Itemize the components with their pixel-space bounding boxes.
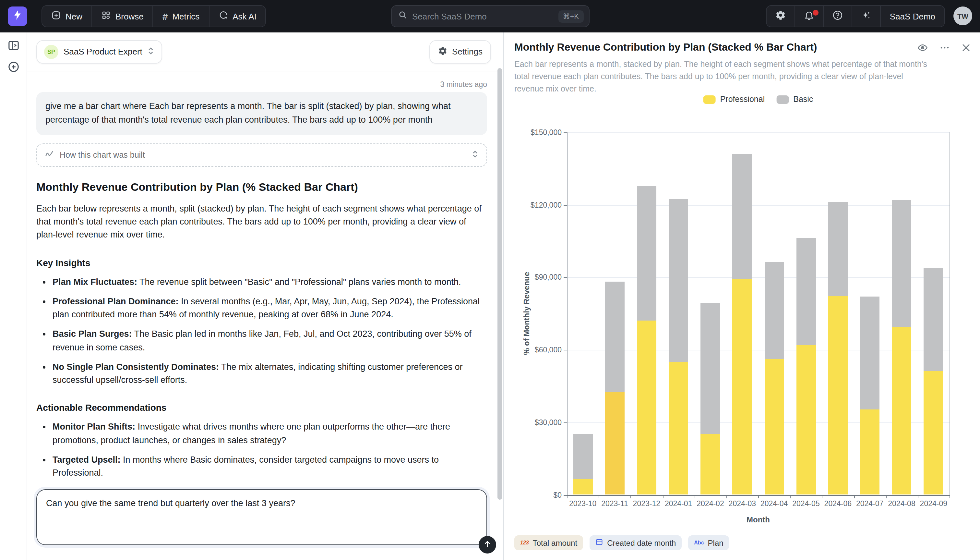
global-search-input[interactable]: Search SaaS Demo ⌘+K [391,5,589,27]
hash-icon: # [163,12,168,21]
search-placeholder: Search SaaS Demo [412,12,558,21]
answer-title: Monthly Revenue Contribution by Plan (% … [37,181,487,194]
notification-dot [813,10,819,15]
toggle-sidebar-button[interactable] [7,39,20,52]
chat-scrollbar[interactable] [497,68,502,500]
org-switcher[interactable]: SaaS Demo [880,6,944,27]
agent-avatar: SP [44,45,58,59]
y-tick-mark [564,205,567,205]
search-shortcut-badge: ⌘+K [558,10,583,22]
bar-segment-basic-2024-02[interactable] [701,303,720,434]
chevron-up-down-icon [472,149,478,161]
top-navbar: New Browse # Metrics Ask AI [0,0,980,32]
bar-segment-basic-2024-01[interactable] [669,199,688,362]
bar-segment-basic-2024-06[interactable] [828,202,848,295]
help-button[interactable] [823,6,852,27]
list-item: Plan Mix Fluctuates: The revenue split b… [53,275,487,289]
list-item: No Single Plan Consistently Dominates: T… [53,361,487,387]
agent-selector[interactable]: SP SaaS Product Expert [37,40,163,63]
bar-segment-professional-2023-10[interactable] [573,479,593,495]
new-thread-button[interactable] [7,60,20,73]
chat-input-area: Can you give the same trend but quarterl… [27,488,503,560]
how-chart-built-toggle[interactable]: How this chart was built [37,143,487,167]
legend-item-basic[interactable]: Basic [776,95,813,104]
bar-segment-basic-2024-07[interactable] [860,297,879,410]
trend-chart-icon [45,149,54,161]
chip-plan[interactable]: Abc Plan [688,535,729,550]
chart: ProfessionalBasic $0$30,000$60,000$90,00… [504,32,980,560]
chart-panel: Monthly Revenue Contribution by Plan (St… [504,32,980,560]
bar-segment-professional-2024-07[interactable] [860,410,879,495]
list-item: Monitor Plan Shifts: Investigate what dr… [53,421,487,447]
x-tick-mark [950,495,950,498]
chat-message-list[interactable]: 3 minutes ago give me a bar chart where … [27,72,503,488]
x-tick-label: 2024-09 [914,499,953,507]
bar-segment-professional-2024-04[interactable] [764,359,784,495]
primary-nav: New Browse # Metrics Ask AI [42,5,266,27]
y-axis-title: % of Monthly Revenue [522,272,531,355]
new-button[interactable]: New [42,6,91,27]
bar-segment-professional-2024-02[interactable] [701,434,720,495]
agent-settings-button[interactable]: Settings [429,40,491,63]
y-axis-line [567,132,568,495]
key-insights-list: Plan Mix Fluctuates: The revenue split b… [37,275,487,387]
bar-segment-basic-2024-04[interactable] [764,262,784,359]
bar-segment-professional-2024-06[interactable] [828,295,848,495]
y-tick-label: $30,000 [515,418,561,426]
plus-circle-icon [7,64,20,75]
gear-icon [775,9,786,23]
chevron-up-down-icon [148,46,154,57]
settings-gear-button[interactable] [767,6,794,27]
bar-segment-basic-2024-05[interactable] [796,238,816,345]
y-tick-mark [564,132,567,133]
app-window: New Browse # Metrics Ask AI [0,0,980,560]
legend-item-professional[interactable]: Professional [703,95,765,104]
bar-segment-professional-2023-12[interactable] [637,321,656,495]
y-tick-label: $0 [515,491,561,499]
user-message-bubble: give me a bar chart where Each bar repre… [37,92,487,135]
bar-segment-professional-2024-03[interactable] [733,279,752,495]
ask-ai-button[interactable]: Ask AI [209,6,266,27]
send-button[interactable] [478,536,496,553]
bar-segment-professional-2024-05[interactable] [796,345,816,495]
user-avatar[interactable]: TW [953,7,972,25]
list-item: Basic Plan Surges: The Basic plan led in… [53,328,487,354]
bar-segment-professional-2024-08[interactable] [892,327,912,495]
bar-segment-professional-2024-01[interactable] [669,362,688,495]
bar-segment-professional-2024-09[interactable] [924,371,943,495]
legend-swatch [703,95,716,103]
y-tick-mark [564,495,567,495]
bar-segment-basic-2024-03[interactable] [733,154,752,279]
chat-sparkle-icon [218,10,228,22]
lightning-bolt-icon [12,9,23,23]
legend-swatch [776,95,789,103]
y-tick-label: $150,000 [515,128,561,136]
bar-segment-professional-2023-11[interactable] [605,392,625,495]
arrow-up-icon [483,540,492,550]
sparkles-icon [860,9,872,23]
search-icon [398,10,407,22]
list-item: Professional Plan Dominance: In several … [53,295,487,322]
calendar-icon [595,538,603,548]
bar-segment-basic-2023-12[interactable] [637,187,656,321]
key-insights-heading: Key Insights [37,257,487,268]
bar-segment-basic-2023-11[interactable] [605,281,625,392]
browse-button[interactable]: Browse [91,6,153,27]
chip-total-amount[interactable]: 123 Total amount [514,535,583,550]
navbar-actions: SaaS Demo [766,5,945,27]
x-axis-line [567,495,950,495]
y-tick-mark [564,350,567,350]
metrics-button[interactable]: # Metrics [153,6,209,27]
bar-segment-basic-2024-08[interactable] [892,200,912,327]
bar-segment-basic-2024-09[interactable] [924,268,943,371]
ai-sparkles-button[interactable] [852,6,880,27]
chip-created-date-month[interactable]: Created date month [590,535,682,550]
chat-input[interactable]: Can you give the same trend but quarterl… [37,489,487,545]
answer-intro: Each bar below represents a month, split… [37,202,487,242]
nav-label: Ask AI [233,12,256,21]
app-logo[interactable] [8,7,27,26]
notifications-button[interactable] [794,6,823,27]
bar-segment-basic-2023-10[interactable] [573,435,593,479]
plus-square-icon [51,10,61,22]
chat-panel: SP SaaS Product Expert Settings 3 minute… [27,32,504,560]
